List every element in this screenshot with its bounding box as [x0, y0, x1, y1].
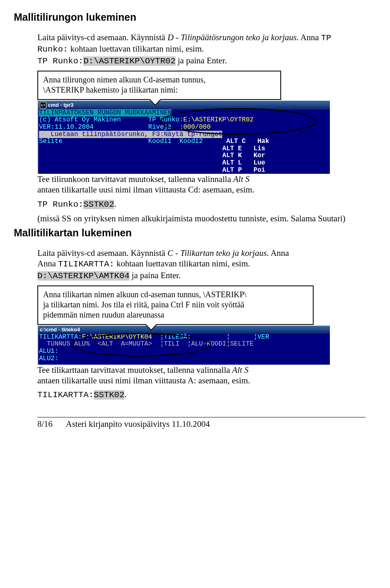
term1-r4-text: ALT L Lue [219, 159, 265, 166]
p2-b: Alt S [233, 174, 249, 184]
paragraph-3: Laita päivitys-cd asemaan. Käynnistä C -… [37, 248, 366, 281]
p2-f: . [114, 199, 116, 209]
term2-l1d: ¦ ¦VER [191, 333, 269, 341]
term2-l1a: TILIKARTTA: [39, 333, 82, 341]
p4-c: antaen tilikartalle uusi nimi ilman viit… [37, 376, 250, 385]
p3-h: ja paina Enter. [130, 270, 181, 280]
p1-h-highlight: D:\ASTERIKP\OYTR02 [83, 56, 176, 66]
term2-l1: TILIKARTTA:F:\ASTERIKP\OYTK04 ¦TILEJÄ: ¦… [38, 334, 330, 341]
footer-page-number: 8/16 [37, 419, 66, 429]
p1-f: kohtaan luettavan tilikartan nimi, esim. [68, 44, 204, 54]
paragraph-2-tail: (missä SS on yrityksen nimen alkukirjaim… [37, 213, 366, 224]
p3-b: C [167, 248, 173, 258]
term2-l1c: ¦TILEJÄ: [160, 333, 191, 341]
term1-l4: Luetaan tilinpäätösrunko, F3:Näytä tp-ru… [38, 131, 330, 138]
term1-r5-text: ALT P Poi [219, 166, 265, 174]
terminal2-title: cmd - tkteko4 [46, 327, 80, 333]
p3-f: kohtaan luettavan tilikartan nimi, esim. [114, 259, 250, 268]
callout-box-1: Anna tilirungon nimen alkuun Cd-aseman t… [37, 71, 281, 100]
p1-b: D [167, 32, 173, 42]
p2-g: (missä SS on yrityksen nimen alkukirjaim… [37, 214, 345, 223]
term1-l3a: VER:11.10.2004 [39, 123, 93, 131]
term1-l4-text: Luetaan tilinpäätösrunko, F3:Näytä tp-ru… [39, 131, 222, 138]
terminal-screenshot-2: c:\ cmd - tkteko4 TILIKARTTA:F:\ASTERIKP… [37, 324, 330, 365]
heading-mallitilirungon: Mallitilirungon lukeminen [14, 11, 366, 23]
p1-d: . Anna [297, 32, 321, 42]
footer-title: Asteri kirjanpito vuosipäivitys 11.10.20… [66, 419, 366, 429]
term2-l2: TUNNUS ALU% <ALT A=MUUTA> ¦TILI ¦ALU-KOO… [38, 341, 330, 348]
terminal-screenshot-1: c:\ cmd - tpr3 TILINPÄÄTÖKSEN RUNGON MUO… [37, 99, 330, 174]
term1-l2b: TP Runko: [148, 116, 183, 123]
paragraph-4-code: TILIKARTTA:SSTK02. [37, 389, 366, 400]
term1-l5a: Selite [39, 138, 63, 145]
p4-b: Alt S [232, 365, 249, 375]
term1-l5c: Koodi2 [180, 138, 203, 145]
term1-r1: ALT C Hak [222, 138, 269, 145]
term1-l3c: 000/000 [183, 123, 210, 131]
p3-d: . Anna [267, 248, 289, 258]
p2-c: antaen tilikartalle uusi nimi ilman viit… [37, 185, 254, 195]
term1-l1: TILINPÄÄTÖKSEN RUNGON MUOKKAAMINEN [38, 110, 330, 117]
p1-i: ja paina Enter. [176, 56, 227, 65]
term1-r2: ALT E Lis [38, 145, 330, 153]
terminal1-title: cmd - tpr3 [48, 102, 74, 108]
p3-g-highlight: D:\ASTERIKP\AMTK04 [37, 271, 130, 281]
term1-l2: (c) Atsoft Oy Mäkinen TP Runko:E:\ASTERI… [38, 117, 330, 124]
term1-r5: ALT P Poi [38, 167, 330, 174]
term1-r3: ALT K Kor [38, 152, 330, 160]
term2-l1b: F:\ASTERIKP\OYTK04 [82, 333, 152, 341]
p3-cont1: Anna [37, 259, 58, 268]
callout2-line1: Anna tilikartan nimen alkuun cd-aseman t… [43, 290, 308, 300]
heading-mallitilikartan: Mallitilikartan lukeminen [14, 227, 366, 239]
term1-l1-text: TILINPÄÄTÖKSEN RUNGON MUOKKAAMINEN [39, 109, 171, 117]
p4-a: Tee tilikarttaan tarvittavat muutokset, … [37, 365, 232, 375]
term2-l3a: ALU1: [38, 348, 330, 355]
terminal2-titlebar: c:\ cmd - tkteko4 [38, 326, 330, 334]
p3-e: TILIKARTTA: [58, 259, 115, 269]
callout1-line1: Anna tilirungon nimen alkuun Cd-aseman t… [43, 75, 275, 85]
term1-l5: Selite Koodi1 Koodi2 ALT C Hak [38, 138, 330, 145]
callout-box-2: Anna tilikartan nimen alkuun cd-aseman t… [37, 285, 314, 325]
term1-r2-text: ALT E Lis [219, 145, 265, 152]
p2-e-highlight: SSTK02 [83, 200, 114, 209]
term1-r4: ALT L Lue [38, 160, 330, 167]
p1-a: Laita päivitys-cd asemaan. Käynnistä [37, 32, 167, 42]
paragraph-1: Laita päivitys-cd asemaan. Käynnistä D -… [37, 32, 366, 67]
terminal1-titlebar: c:\ cmd - tpr3 [38, 101, 330, 110]
paragraph-2: Tee tilirunkoon tarvittavat muutokset, t… [37, 174, 366, 195]
p3-c: - Tilikartan teko ja korjaus [173, 248, 266, 258]
callout2-line3: pidemmän nimen ruudun alareunassa [43, 310, 308, 320]
cmd-icon: c:\ [40, 327, 46, 333]
callout2-line2: ja tilikartan nimi. Jos tila ei riitä, p… [43, 300, 308, 310]
paragraph-2-code: TP Runko:SSTK02. [37, 199, 366, 210]
p2-d: TP Runko: [37, 200, 83, 209]
term1-l5b: Koodi1 [148, 138, 172, 145]
p4-d: TILIKARTTA: [37, 390, 94, 400]
term1-r3-text: ALT K Kor [219, 152, 265, 159]
term1-l3b: Rivejä : [148, 123, 183, 131]
cmd-icon: c:\ [40, 102, 46, 108]
term1-l2c: E:\ASTERIKP\OYTR02 [183, 116, 254, 123]
term2-l3b: ALU2: [38, 355, 330, 363]
p4-f: . [124, 389, 126, 399]
p1-g: TP Runko: [37, 56, 83, 66]
p1-c: - Tilinpäätösrungon teko ja korjaus [173, 32, 297, 42]
p4-e-highlight: SSTK02 [94, 390, 125, 400]
callout1-line2: \ASTERIKP hakemisto ja tilikartan nimi: [43, 85, 275, 95]
term1-l2a: (c) Atsoft Oy Mäkinen [39, 116, 121, 123]
p3-a: Laita päivitys-cd asemaan. Käynnistä [37, 248, 167, 258]
term1-l3: VER:11.10.2004 Rivejä :000/000 [38, 124, 330, 131]
p2-a: Tee tilirunkoon tarvittavat muutokset, t… [37, 174, 233, 184]
footer: 8/16 Asteri kirjanpito vuosipäivitys 11.… [37, 417, 366, 429]
paragraph-4: Tee tilikarttaan tarvittavat muutokset, … [37, 365, 366, 386]
